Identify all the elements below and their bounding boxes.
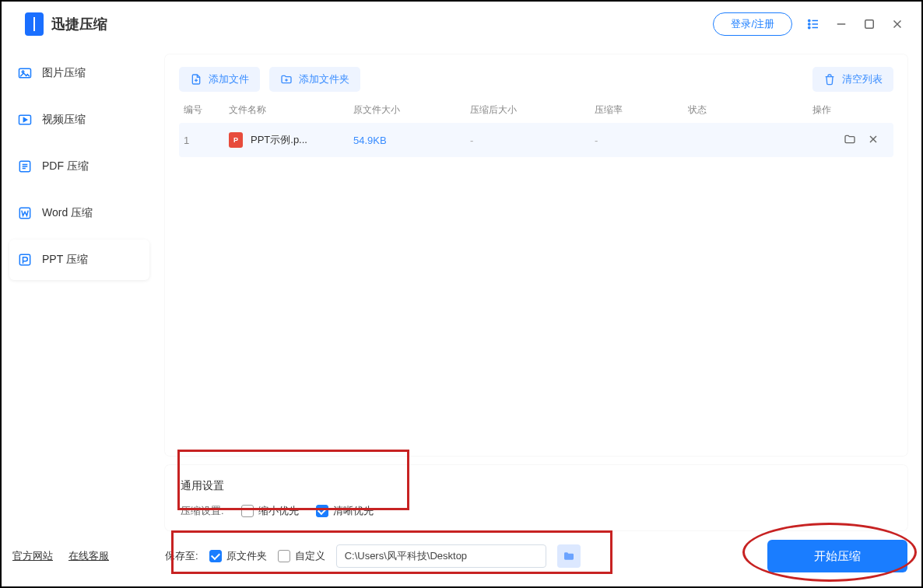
add-folder-button[interactable]: 添加文件夹 bbox=[269, 67, 360, 92]
online-support-link[interactable]: 在线客服 bbox=[68, 549, 109, 563]
sidebar: 图片压缩 视频压缩 PDF 压缩 Word 压缩 PPT 压缩 官方网站 在线客… bbox=[2, 47, 157, 586]
close-icon[interactable] bbox=[890, 17, 904, 31]
option-clear-first[interactable]: 清晰优先 bbox=[316, 504, 374, 518]
sidebar-item-pdf[interactable]: PDF 压缩 bbox=[9, 146, 149, 187]
sidebar-item-ppt[interactable]: PPT 压缩 bbox=[9, 240, 149, 280]
menu-list-icon[interactable] bbox=[806, 17, 820, 31]
file-name: PPT示例.p... bbox=[251, 133, 307, 147]
file-panel: 添加文件 添加文件夹 清空列表 编号 文件名称 原文件大小 压缩后大小 压缩率 … bbox=[165, 54, 907, 456]
app-logo-icon bbox=[25, 12, 44, 36]
sidebar-item-video[interactable]: 视频压缩 bbox=[9, 100, 149, 140]
sidebar-item-word[interactable]: Word 压缩 bbox=[9, 193, 149, 233]
image-icon bbox=[17, 65, 33, 81]
ppt-icon bbox=[17, 252, 33, 268]
svg-point-4 bbox=[809, 26, 810, 28]
maximize-icon[interactable] bbox=[862, 17, 876, 31]
sidebar-item-label: 图片压缩 bbox=[42, 66, 86, 80]
sidebar-item-label: PPT 压缩 bbox=[42, 253, 88, 267]
remove-row-icon[interactable] bbox=[867, 133, 879, 148]
open-folder-icon[interactable] bbox=[844, 133, 856, 148]
svg-rect-7 bbox=[865, 20, 874, 29]
header: 迅捷压缩 登录/注册 bbox=[2, 2, 921, 47]
browse-folder-button[interactable] bbox=[557, 544, 581, 568]
table-header: 编号 文件名称 原文件大小 压缩后大小 压缩率 状态 操作 bbox=[179, 96, 893, 123]
settings-card: 通用设置 压缩设置: 缩小优先 清晰优先 bbox=[165, 465, 907, 530]
option-original-folder[interactable]: 原文件夹 bbox=[209, 549, 267, 563]
svg-point-0 bbox=[809, 19, 810, 21]
bottom-bar: 保存至: 原文件夹 自定义 开始压缩 bbox=[165, 540, 907, 572]
option-small-first[interactable]: 缩小优先 bbox=[241, 504, 299, 518]
pdf-icon bbox=[17, 159, 33, 174]
sidebar-item-label: 视频压缩 bbox=[42, 113, 86, 127]
word-icon bbox=[17, 205, 33, 221]
ppt-file-icon: P bbox=[229, 132, 243, 148]
settings-title: 通用设置 bbox=[181, 479, 892, 493]
save-to-label: 保存至: bbox=[165, 549, 198, 563]
table-row[interactable]: 1 PPPT示例.p... 54.9KB - - bbox=[179, 123, 893, 157]
svg-point-2 bbox=[809, 23, 810, 25]
sidebar-item-label: Word 压缩 bbox=[42, 206, 93, 220]
sidebar-item-image[interactable]: 图片压缩 bbox=[9, 53, 149, 93]
clear-list-button[interactable]: 清空列表 bbox=[812, 67, 893, 92]
svg-rect-15 bbox=[19, 254, 30, 264]
add-file-button[interactable]: 添加文件 bbox=[179, 67, 260, 92]
official-site-link[interactable]: 官方网站 bbox=[12, 549, 53, 563]
minimize-icon[interactable] bbox=[834, 17, 848, 31]
save-path-input[interactable] bbox=[336, 544, 546, 568]
compress-setting-label: 压缩设置: bbox=[181, 504, 224, 518]
logo: 迅捷压缩 bbox=[25, 12, 107, 36]
video-icon bbox=[17, 112, 33, 128]
app-title: 迅捷压缩 bbox=[51, 15, 107, 33]
login-button[interactable]: 登录/注册 bbox=[713, 12, 792, 36]
sidebar-item-label: PDF 压缩 bbox=[42, 159, 89, 173]
option-custom-folder[interactable]: 自定义 bbox=[278, 549, 325, 563]
start-compress-button[interactable]: 开始压缩 bbox=[767, 540, 907, 572]
